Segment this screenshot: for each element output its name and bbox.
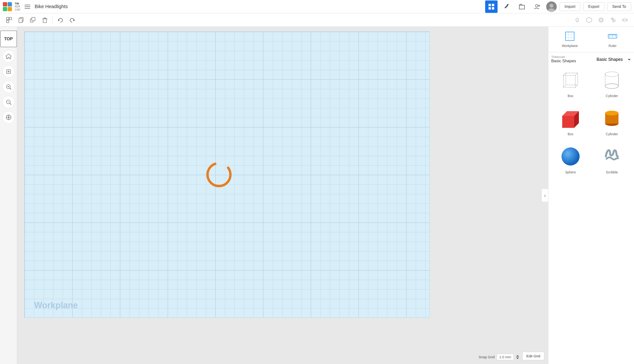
- svg-line-73: [564, 73, 566, 76]
- svg-marker-54: [516, 355, 519, 356]
- home-view-button[interactable]: [2, 50, 15, 62]
- main-area: TOP: [0, 27, 634, 364]
- canvas-area[interactable]: Workplane Edit Grid Snap Grid 1.0 mm ›: [17, 27, 548, 364]
- logo-cell-t: [3, 2, 7, 6]
- topbar: TIN KER CAD Bike Headlights: [0, 0, 634, 13]
- orientation-button[interactable]: [2, 111, 15, 124]
- svg-line-44: [10, 88, 11, 90]
- logo-cell-i: [8, 2, 12, 6]
- scribble-icon: [600, 144, 624, 168]
- light-toggle-button[interactable]: [572, 15, 582, 25]
- user-avatar[interactable]: [546, 2, 557, 12]
- right-panel-top: Workplane Ruler: [548, 27, 634, 52]
- logo-line1: TIN: [15, 2, 20, 5]
- nav-folder-button[interactable]: [516, 0, 528, 13]
- tinkercad-logo: [3, 2, 12, 11]
- svg-line-76: [564, 85, 566, 87]
- top-view-button[interactable]: TOP: [0, 30, 17, 47]
- svg-rect-1: [492, 4, 494, 6]
- svg-line-48: [10, 103, 11, 105]
- zoom-in-button[interactable]: [2, 80, 15, 93]
- ruler-tab-label: Ruler: [609, 44, 616, 48]
- svg-rect-2: [488, 7, 491, 10]
- library-dropdown[interactable]: Basic Shapes Text & Numbers Connectors F…: [596, 57, 631, 62]
- svg-rect-14: [6, 20, 9, 23]
- library-source: Tinkercad: [551, 55, 576, 59]
- logo-line2: KER: [15, 5, 20, 8]
- sphere-solid-icon: [559, 144, 582, 168]
- shape-cylinder-wireframe-label: Cylinder: [606, 94, 618, 98]
- svg-point-53: [208, 163, 230, 186]
- svg-marker-38: [626, 19, 627, 21]
- workplane-icon: [564, 30, 576, 42]
- shape-sphere-solid-label: Sphere: [565, 170, 576, 174]
- workplane-panel-tab[interactable]: Workplane: [548, 27, 591, 52]
- shape-cylinder-solid[interactable]: Cylinder: [593, 104, 632, 139]
- shape-sphere-solid[interactable]: Sphere: [551, 142, 590, 177]
- snap-grid-label: Snap Grid: [478, 355, 495, 359]
- svg-point-87: [562, 148, 580, 166]
- shape-library: Tinkercad Basic Shapes Basic Shapes Text…: [548, 52, 634, 364]
- undo-button[interactable]: [55, 15, 66, 25]
- circle-button[interactable]: [596, 15, 606, 25]
- svg-line-74: [575, 73, 578, 76]
- shape-scribble[interactable]: Scribble: [593, 142, 632, 177]
- nav-grid-button[interactable]: [485, 0, 498, 13]
- svg-point-52: [8, 117, 9, 118]
- shape-box-wireframe[interactable]: Box: [551, 65, 590, 101]
- svg-rect-13: [9, 18, 12, 20]
- snap-grid-value[interactable]: 1.0 mm: [496, 354, 514, 360]
- svg-rect-19: [43, 19, 46, 23]
- logo-cell-n: [3, 7, 7, 11]
- hamburger-button[interactable]: [23, 2, 32, 11]
- logo-line3: CAD: [15, 8, 20, 11]
- shape-box-wireframe-label: Box: [568, 94, 574, 98]
- shape-box-solid-label: Box: [568, 132, 574, 136]
- shape-cylinder-wireframe[interactable]: Cylinder: [593, 65, 632, 101]
- copy-button[interactable]: [16, 15, 26, 25]
- add-shape-button[interactable]: [4, 15, 14, 25]
- svg-point-10: [550, 4, 554, 8]
- svg-rect-34: [611, 18, 613, 19]
- svg-rect-35: [613, 20, 615, 22]
- redo-button[interactable]: [67, 15, 78, 25]
- cylinder-wireframe-icon: [600, 68, 624, 92]
- workplane-tab-label: Workplane: [562, 44, 578, 48]
- delete-button[interactable]: [40, 15, 50, 25]
- fit-view-button[interactable]: [2, 65, 15, 78]
- duplicate-button[interactable]: [28, 15, 38, 25]
- shape-box-solid[interactable]: Box: [551, 104, 590, 139]
- ruler-panel-tab[interactable]: Ruler: [591, 27, 634, 52]
- collapse-panel-button[interactable]: ›: [542, 189, 548, 202]
- object-button[interactable]: [584, 15, 594, 25]
- import-button[interactable]: Import: [560, 2, 580, 11]
- right-panel: Workplane Ruler Tinkercad Basic: [548, 27, 634, 364]
- svg-rect-12: [6, 18, 9, 20]
- box-solid-icon: [559, 106, 582, 130]
- nav-user-add-button[interactable]: [531, 0, 543, 13]
- snap-grid-stepper-icon[interactable]: [516, 355, 520, 360]
- svg-marker-81: [562, 116, 574, 128]
- logo-cell-k: [8, 7, 12, 11]
- left-sidebar: TOP: [0, 27, 17, 364]
- library-header: Tinkercad Basic Shapes Basic Shapes Text…: [551, 55, 631, 64]
- svg-point-6: [536, 4, 538, 7]
- send-to-button[interactable]: Send To: [607, 2, 631, 11]
- svg-marker-55: [516, 358, 519, 359]
- mirror-button[interactable]: [620, 15, 630, 25]
- svg-point-86: [605, 111, 618, 116]
- shape-scribble-label: Scribble: [606, 170, 618, 174]
- project-title: Bike Headlights: [34, 4, 68, 9]
- edit-grid-button[interactable]: Edit Grid: [522, 352, 544, 360]
- svg-point-31: [599, 18, 603, 22]
- export-button[interactable]: Export: [583, 2, 604, 11]
- svg-line-75: [575, 85, 578, 87]
- zoom-out-button[interactable]: [2, 96, 15, 108]
- workplane: Workplane: [24, 32, 430, 318]
- nav-hammer-button[interactable]: [500, 0, 513, 13]
- shapes-grid: Box Cylinder: [551, 65, 631, 177]
- svg-marker-30: [586, 18, 592, 23]
- svg-rect-3: [492, 7, 494, 10]
- svg-rect-18: [32, 18, 35, 21]
- align-button[interactable]: [608, 15, 618, 25]
